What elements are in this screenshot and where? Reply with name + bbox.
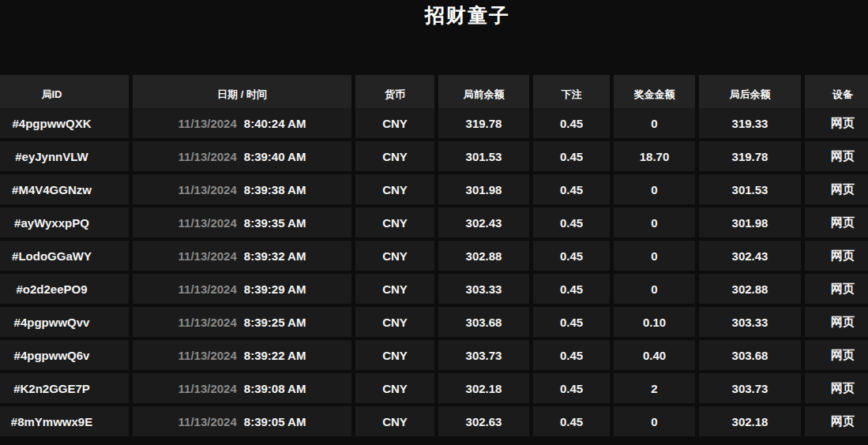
time-text: 8:39:08 AM — [244, 382, 306, 395]
round-id-cell: #LodoGGaWY — [0, 241, 129, 271]
currency-cell: CNY — [355, 340, 434, 370]
currency-cell: CNY — [355, 174, 434, 204]
prize-cell: 0 — [614, 274, 695, 304]
prize-cell: 0 — [614, 108, 695, 138]
time-text: 8:39:05 AM — [244, 415, 306, 428]
balance-after-cell: 301.98 — [699, 208, 801, 237]
device-cell: 网页 — [805, 373, 868, 403]
device-cell: 网页 — [805, 274, 868, 304]
balance-before-cell: 302.63 — [438, 406, 529, 436]
date-text: 11/13/2024 — [178, 183, 237, 196]
round-id-cell: #4pgpwwQXK — [0, 108, 129, 138]
page-title: 招财童子 — [0, 3, 868, 27]
balance-after-cell: 302.18 — [699, 406, 801, 436]
balance-before-cell: 303.33 — [438, 274, 529, 304]
balance-before-cell: 302.43 — [438, 208, 529, 237]
currency-cell: CNY — [355, 373, 434, 403]
time-text: 8:39:22 AM — [244, 349, 306, 362]
round-id-cell: #eyJynnVLW — [0, 141, 129, 171]
bet-cell: 0.45 — [533, 141, 610, 171]
datetime-cell: 11/13/2024 8:39:32 AM — [133, 241, 351, 271]
time-text: 8:39:29 AM — [244, 282, 306, 296]
datetime-cell: 11/13/2024 8:39:25 AM — [133, 307, 351, 337]
datetime-cell: 11/13/2024 8:40:24 AM — [133, 108, 351, 138]
round-id-cell: #o2d2eePO9 — [0, 274, 129, 304]
currency-cell: CNY — [355, 406, 434, 436]
datetime-cell: 11/13/2024 8:39:35 AM — [133, 208, 351, 237]
currency-cell: CNY — [355, 241, 434, 271]
bet-cell: 0.45 — [533, 174, 610, 204]
round-id-cell: #M4V4GGNzw — [0, 174, 129, 204]
round-id-cell: #ayWyxxpPQ — [0, 208, 129, 237]
datetime-cell: 11/13/2024 8:39:08 AM — [133, 373, 351, 403]
prize-cell: 18.70 — [614, 141, 695, 171]
device-cell: 网页 — [805, 340, 868, 370]
balance-before-cell: 302.88 — [438, 241, 529, 271]
bet-cell: 0.45 — [533, 373, 610, 403]
device-cell: 网页 — [805, 174, 868, 204]
balance-before-cell: 303.73 — [438, 340, 529, 370]
balance-after-cell: 301.53 — [699, 174, 801, 204]
date-text: 11/13/2024 — [178, 216, 237, 230]
balance-after-cell: 302.43 — [699, 241, 801, 271]
device-cell: 网页 — [805, 307, 868, 337]
date-text: 11/13/2024 — [178, 150, 237, 163]
prize-cell: 0 — [614, 406, 695, 436]
balance-after-cell: 303.33 — [699, 307, 801, 337]
date-text: 11/13/2024 — [178, 316, 237, 329]
currency-cell: CNY — [355, 307, 434, 337]
time-text: 8:39:40 AM — [244, 150, 306, 163]
balance-after-cell: 302.88 — [699, 274, 801, 304]
datetime-cell: 11/13/2024 8:39:29 AM — [133, 274, 351, 304]
round-id-cell: #8mYmwwx9E — [0, 406, 129, 436]
balance-before-cell: 319.78 — [438, 108, 529, 138]
page-content: 招财童子 局ID 日期 / 时间 货币 局前余额 下注 奖金金额 局后余额 设备… — [0, 0, 868, 436]
date-text: 11/13/2024 — [178, 415, 237, 428]
device-cell: 网页 — [805, 241, 868, 271]
time-text: 8:39:25 AM — [244, 316, 306, 329]
device-cell: 网页 — [805, 208, 868, 237]
currency-cell: CNY — [355, 208, 434, 237]
device-cell: 网页 — [805, 406, 868, 436]
datetime-cell: 11/13/2024 8:39:40 AM — [133, 141, 351, 171]
bet-cell: 0.45 — [533, 340, 610, 370]
balance-before-cell: 303.68 — [438, 307, 529, 337]
prize-cell: 0.10 — [614, 307, 695, 337]
prize-cell: 0 — [614, 208, 695, 237]
round-id-cell: #4pgpwwQ6v — [0, 340, 129, 370]
date-text: 11/13/2024 — [178, 349, 237, 362]
prize-cell: 0.40 — [614, 340, 695, 370]
bet-cell: 0.45 — [533, 108, 610, 138]
balance-after-cell: 303.73 — [699, 373, 801, 403]
balance-after-cell: 319.78 — [699, 141, 801, 171]
bet-cell: 0.45 — [533, 241, 610, 271]
round-id-cell: #4pgpwwQvv — [0, 307, 129, 337]
date-text: 11/13/2024 — [178, 249, 237, 263]
device-cell: 网页 — [805, 108, 868, 138]
round-id-cell: #K2n2GGE7P — [0, 373, 129, 403]
bet-cell: 0.45 — [533, 307, 610, 337]
time-text: 8:39:38 AM — [244, 183, 306, 196]
currency-cell: CNY — [355, 274, 434, 304]
currency-cell: CNY — [355, 141, 434, 171]
bet-cell: 0.45 — [533, 406, 610, 436]
datetime-cell: 11/13/2024 8:39:05 AM — [133, 406, 351, 436]
prize-cell: 2 — [614, 373, 695, 403]
balance-after-cell: 303.68 — [699, 340, 801, 370]
title-bar: 招财童子 — [0, 0, 868, 75]
bet-cell: 0.45 — [533, 208, 610, 237]
bet-cell: 0.45 — [533, 274, 610, 304]
date-text: 11/13/2024 — [178, 382, 237, 395]
time-text: 8:39:32 AM — [244, 249, 306, 263]
balance-before-cell: 301.53 — [438, 141, 529, 171]
game-history-table: 局ID 日期 / 时间 货币 局前余额 下注 奖金金额 局后余额 设备 #4pg… — [0, 75, 868, 436]
date-text: 11/13/2024 — [178, 117, 237, 130]
balance-before-cell: 302.18 — [438, 373, 529, 403]
date-text: 11/13/2024 — [178, 282, 237, 296]
datetime-cell: 11/13/2024 8:39:22 AM — [133, 340, 351, 370]
prize-cell: 0 — [614, 174, 695, 204]
time-text: 8:40:24 AM — [244, 117, 306, 130]
currency-cell: CNY — [355, 108, 434, 138]
balance-after-cell: 319.33 — [699, 108, 801, 138]
balance-before-cell: 301.98 — [438, 174, 529, 204]
